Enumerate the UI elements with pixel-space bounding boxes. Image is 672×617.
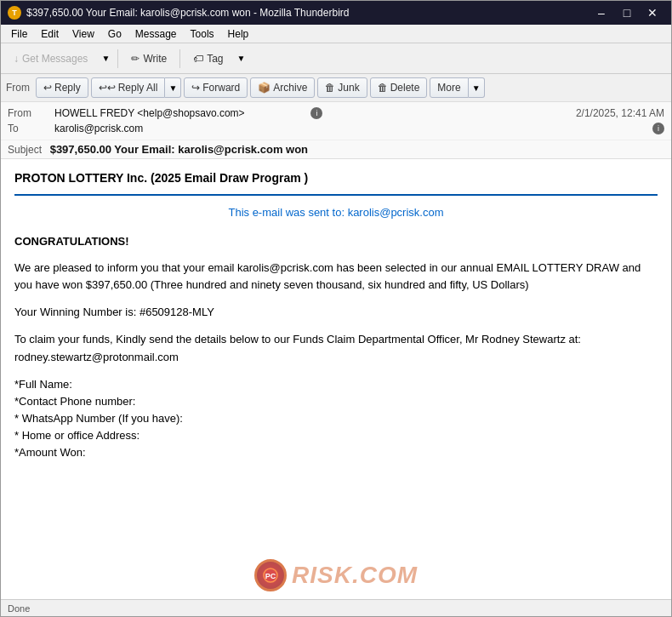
menu-view[interactable]: View [65, 26, 101, 42]
minimize-button[interactable]: – [589, 4, 613, 21]
forward-icon: ↪ [191, 82, 200, 94]
main-window: T $397,650.00 Your Email: karolis@pcrisk… [0, 0, 672, 617]
more-group: More ▼ [430, 77, 484, 98]
from-label: From [6, 82, 30, 94]
email-header-bar: From ↩ Reply ↩↩ Reply All ▼ ↪ Forward 📦 … [1, 74, 671, 159]
toolbar-separator-1 [117, 49, 118, 68]
reply-icon: ↩ [43, 82, 52, 94]
write-icon: ✏ [131, 53, 140, 65]
fields-list: *Full Name: *Contact Phone number: * Wha… [14, 376, 658, 462]
window-controls: – □ ✕ [589, 4, 664, 21]
menu-message[interactable]: Message [128, 26, 184, 42]
to-info-icon[interactable]: i [652, 123, 664, 134]
get-messages-icon: ↓ [14, 53, 19, 65]
junk-icon: 🗑 [325, 82, 335, 94]
delete-button[interactable]: 🗑 Delete [370, 77, 428, 98]
status-bar: Done [1, 599, 671, 616]
body-paragraph-2: To claim your funds, Kindly send the det… [14, 331, 658, 365]
to-row: To karolis@pcrisk.com i [8, 121, 664, 136]
email-meta: From HOWELL FREDY <help@shopsavo.com> i … [1, 102, 671, 140]
archive-button[interactable]: 📦 Archive [250, 77, 315, 98]
get-messages-dropdown[interactable]: ▼ [99, 47, 112, 71]
title-bar: T $397,650.00 Your Email: karolis@pcrisk… [1, 1, 671, 25]
reply-all-button[interactable]: ↩↩ Reply All [91, 77, 166, 98]
reply-all-dropdown[interactable]: ▼ [165, 77, 181, 98]
toolbar-separator-2 [179, 49, 180, 68]
tag-dropdown[interactable]: ▼ [235, 47, 248, 71]
more-dropdown[interactable]: ▼ [469, 77, 485, 98]
subject-row: Subject $397,650.00 Your Email: karolis@… [1, 140, 671, 158]
maximize-button[interactable]: □ [615, 4, 639, 21]
subject-label: Subject [8, 144, 42, 156]
email-action-bar: From ↩ Reply ↩↩ Reply All ▼ ↪ Forward 📦 … [1, 74, 671, 102]
field-amount-won: *Amount Won: [14, 444, 658, 461]
toolbar: ↓ Get Messages ▼ ✏ Write 🏷 Tag ▼ [1, 43, 671, 74]
menu-help[interactable]: Help [221, 26, 256, 42]
app-icon: T [8, 6, 21, 20]
menu-tools[interactable]: Tools [184, 26, 221, 42]
email-date: 2/1/2025, 12:41 AM [576, 107, 664, 119]
letterhead: PROTON LOTTERY Inc. (2025 Email Draw Pro… [14, 169, 658, 196]
menu-file[interactable]: File [4, 26, 34, 42]
to-field-label: To [8, 123, 54, 134]
forward-button[interactable]: ↪ Forward [184, 77, 248, 98]
subject-value: $397,650.00 Your Email: karolis@pcrisk.c… [50, 143, 308, 156]
menu-bar: File Edit View Go Message Tools Help [1, 25, 671, 43]
tag-icon: 🏷 [193, 53, 203, 65]
close-button[interactable]: ✕ [641, 4, 664, 21]
get-messages-button[interactable]: ↓ Get Messages [6, 47, 95, 71]
from-info-icon[interactable]: i [310, 107, 322, 119]
menu-go[interactable]: Go [101, 26, 128, 42]
tag-button[interactable]: 🏷 Tag [185, 47, 231, 71]
reply-all-icon: ↩↩ [99, 82, 116, 94]
sent-to-line: This e-mail was sent to: karolis@pcrisk.… [14, 204, 658, 221]
field-whatsapp: * WhatsApp Number (If you have): [14, 410, 658, 427]
congratulations-line: CONGRATULATIONS! [14, 233, 658, 250]
write-button[interactable]: ✏ Write [123, 47, 174, 71]
reply-button[interactable]: ↩ Reply [36, 77, 88, 98]
field-address: * Home or office Address: [14, 427, 658, 444]
to-value: karolis@pcrisk.com [54, 123, 649, 134]
email-body-container: PROTON LOTTERY Inc. (2025 Email Draw Pro… [1, 159, 671, 599]
reply-all-group: ↩↩ Reply All ▼ [91, 77, 182, 98]
menu-edit[interactable]: Edit [34, 26, 65, 42]
field-phone: *Contact Phone number: [14, 393, 658, 410]
archive-icon: 📦 [258, 82, 271, 94]
body-paragraph-1: We are pleased to inform you that your e… [14, 260, 658, 294]
from-row: From HOWELL FREDY <help@shopsavo.com> i … [8, 106, 664, 121]
field-full-name: *Full Name: [14, 376, 658, 393]
from-field-label: From [8, 107, 54, 119]
winning-number: Your Winning Number is: #6509128-MLY [14, 304, 658, 321]
email-body[interactable]: PROTON LOTTERY Inc. (2025 Email Draw Pro… [1, 159, 671, 599]
window-title: $397,650.00 Your Email: karolis@pcrisk.c… [26, 7, 589, 19]
delete-icon: 🗑 [378, 82, 388, 94]
more-button[interactable]: More [430, 77, 468, 98]
junk-button[interactable]: 🗑 Junk [317, 77, 367, 98]
from-value: HOWELL FREDY <help@shopsavo.com> [54, 107, 307, 119]
status-text: Done [8, 603, 30, 614]
